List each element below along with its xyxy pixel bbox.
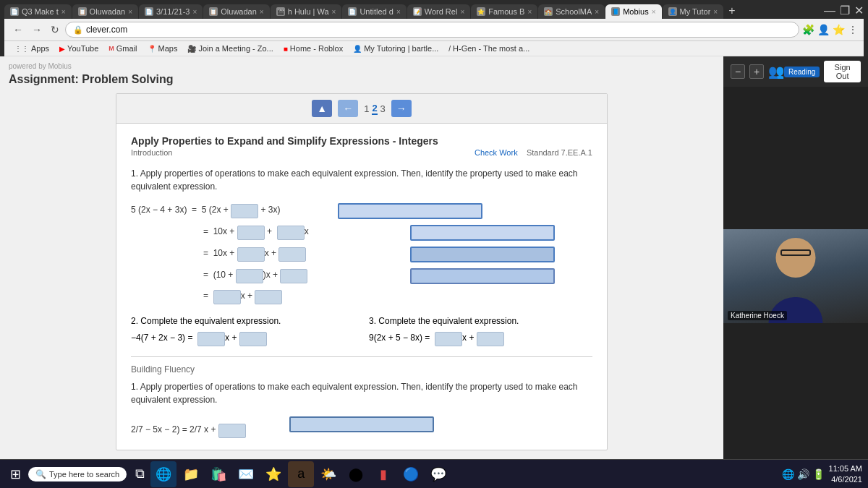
tab-oluwadan1[interactable]: 📋 Oluwadan ×	[72, 4, 138, 19]
tab-mytutor[interactable]: 👤 My Tutor ×	[663, 4, 724, 19]
s2-answer[interactable]	[289, 416, 434, 432]
equation-row-4: = (10 + )x +	[131, 268, 592, 284]
q3-input2[interactable]	[477, 332, 504, 346]
tab-date[interactable]: 📄 3/11/21-3 ×	[139, 4, 203, 19]
eq2-input1[interactable]	[237, 226, 265, 240]
taskbar-app-weather[interactable]: 🌤️	[315, 461, 341, 487]
equation-row-2: = 10x + + x	[131, 225, 592, 241]
bookmark-tutoring[interactable]: 👤 My Tutoring | bartle...	[349, 43, 443, 54]
q2-input2[interactable]	[239, 332, 267, 346]
tab-close-mytutor[interactable]: ×	[713, 8, 718, 16]
taskbar-app-office[interactable]: ▮	[370, 461, 396, 487]
extensions-button[interactable]: 🧩	[802, 24, 814, 35]
new-tab-button[interactable]: +	[724, 3, 739, 19]
tab-hulu[interactable]: 🎬 h Hulu | Wa ×	[271, 4, 342, 19]
tab-close-mobius[interactable]: ×	[652, 8, 656, 16]
page-num-1[interactable]: 1	[364, 103, 369, 114]
eq5-input1[interactable]	[213, 290, 241, 304]
tab-oluwadan2[interactable]: 📋 Oluwadan ×	[203, 4, 269, 19]
bookmark-zoom[interactable]: 🎥 Join a Meeting - Zo...	[183, 43, 277, 54]
taskbar-app-circle[interactable]: ⬤	[343, 461, 369, 487]
close-window-button[interactable]: ✕	[854, 4, 864, 17]
tab-bar: 📄 Q3 Make t × 📋 Oluwadan × 📄 3/11/21-3 ×…	[4, 3, 864, 19]
tab-untitled[interactable]: 📄 Untitled d ×	[342, 4, 406, 19]
q2-equation: −4(7 + 2x − 3) = x +	[131, 332, 354, 346]
eq3-answer[interactable]	[410, 247, 555, 262]
tab-close-oluwadan1[interactable]: ×	[128, 8, 132, 16]
video-background: Katherine Hoeck	[723, 229, 868, 323]
worksheet-meta: Introduction Check Work Standard 7.EE.A.…	[131, 148, 592, 157]
worksheet-up-button[interactable]: ▲	[312, 100, 332, 117]
tab-close-famous[interactable]: ×	[527, 8, 532, 16]
more-button[interactable]: ⋮	[848, 24, 858, 35]
taskbar-app-files[interactable]: 📁	[178, 461, 204, 487]
page-num-3[interactable]: 3	[380, 103, 386, 114]
eq3-input2[interactable]	[278, 247, 306, 262]
bookmark-maps[interactable]: 📍 Maps	[143, 43, 182, 54]
tab-close-schoolma[interactable]: ×	[595, 8, 599, 16]
favorites-button[interactable]: ⭐	[833, 24, 845, 35]
bookmark-hgen[interactable]: / H-Gen - The most a...	[444, 43, 534, 54]
check-work-button[interactable]: Check Work	[475, 148, 518, 157]
zoom-minus-button[interactable]: −	[731, 64, 745, 79]
address-bar[interactable]: 🔒 clever.com	[65, 22, 799, 38]
eq4-answer[interactable]	[410, 268, 555, 284]
taskbar-app-star[interactable]: ⭐	[260, 461, 286, 487]
tab-q3[interactable]: 📄 Q3 Make t ×	[4, 4, 72, 19]
equation-row-3: = 10x + x +	[131, 247, 592, 262]
powered-by-text: powered by Mobius	[9, 62, 72, 70]
eq3-input1[interactable]	[237, 247, 265, 262]
q2-input1[interactable]	[197, 332, 225, 346]
tab-close-untitled[interactable]: ×	[396, 8, 401, 16]
eq1-input1[interactable]	[231, 204, 258, 218]
page-num-2[interactable]: 2	[372, 103, 377, 115]
tab-famous[interactable]: ⭐ Famous B ×	[471, 4, 537, 19]
tab-close-oluwadan2[interactable]: ×	[260, 8, 264, 16]
back-button[interactable]: ←	[10, 22, 26, 37]
person-head	[776, 238, 816, 278]
standard-text: Standard 7.EE.A.1	[527, 148, 592, 157]
eq2-input2[interactable]	[277, 226, 305, 240]
tab-schoolma[interactable]: 🏫 SchoolMA ×	[538, 4, 605, 19]
taskbar-app-teams[interactable]: 💬	[425, 461, 451, 487]
minimize-window-button[interactable]: —	[824, 4, 835, 17]
zoom-plus-button[interactable]: +	[749, 64, 764, 79]
equation-row-1: 5 (2x − 4 + 3x) = 5 (2x + + 3x)	[131, 203, 592, 219]
tab-mobius[interactable]: 📘 Mobius ×	[605, 4, 661, 19]
worksheet-next-button[interactable]: →	[391, 100, 412, 117]
eq5-input2[interactable]	[255, 290, 282, 304]
start-button[interactable]: ⊞	[6, 465, 25, 484]
eq4-input2[interactable]	[280, 269, 307, 283]
eq1-answer[interactable]	[338, 203, 482, 219]
eq2-answer[interactable]	[410, 225, 555, 241]
bookmark-gmail[interactable]: M Gmail	[104, 43, 141, 54]
taskbar-app-store[interactable]: 🛍️	[205, 461, 231, 487]
refresh-button[interactable]: ↻	[48, 22, 62, 37]
sign-out-button[interactable]: Sign Out	[824, 61, 861, 82]
taskbar-apps: 🌐 📁 🛍️ ✉️ ⭐ a 🌤️ ⬤ ▮ 🔵 💬	[150, 461, 451, 487]
restore-window-button[interactable]: ❐	[840, 4, 850, 17]
taskbar-search-bar[interactable]: 🔍 Type here to search	[28, 467, 127, 481]
tab-close-wordrel[interactable]: ×	[460, 8, 464, 16]
taskbar-app-mail[interactable]: ✉️	[233, 461, 259, 487]
profile-button[interactable]: 👤	[817, 24, 830, 35]
bookmark-youtube[interactable]: ▶ YouTube	[55, 43, 103, 54]
bookmark-apps[interactable]: ⋮⋮ Apps	[10, 43, 54, 54]
worksheet-prev-button[interactable]: ←	[338, 100, 358, 117]
maps-icon: 📍	[148, 45, 156, 53]
taskbar: ⊞ 🔍 Type here to search ⧉ 🌐 📁 🛍️ ✉️ ⭐ a …	[0, 459, 868, 488]
eq4-input1[interactable]	[236, 269, 263, 283]
tab-wordrel[interactable]: 📝 Word Rel ×	[407, 4, 471, 19]
people-button[interactable]: 👥	[768, 64, 784, 80]
s2-input1[interactable]	[218, 424, 246, 438]
bookmark-roblox[interactable]: ■ Home - Roblox	[279, 43, 347, 54]
q3-input1[interactable]	[435, 332, 462, 346]
taskbar-app-amazon[interactable]: a	[288, 461, 314, 487]
taskbar-app-edge[interactable]: 🌐	[150, 461, 176, 487]
tab-close-q3[interactable]: ×	[61, 8, 66, 16]
tab-close-date[interactable]: ×	[192, 8, 197, 16]
forward-button[interactable]: →	[29, 22, 45, 37]
task-view-button[interactable]: ⧉	[132, 465, 148, 483]
tab-close-hulu[interactable]: ×	[332, 8, 336, 16]
taskbar-app-chrome[interactable]: 🔵	[398, 461, 424, 487]
